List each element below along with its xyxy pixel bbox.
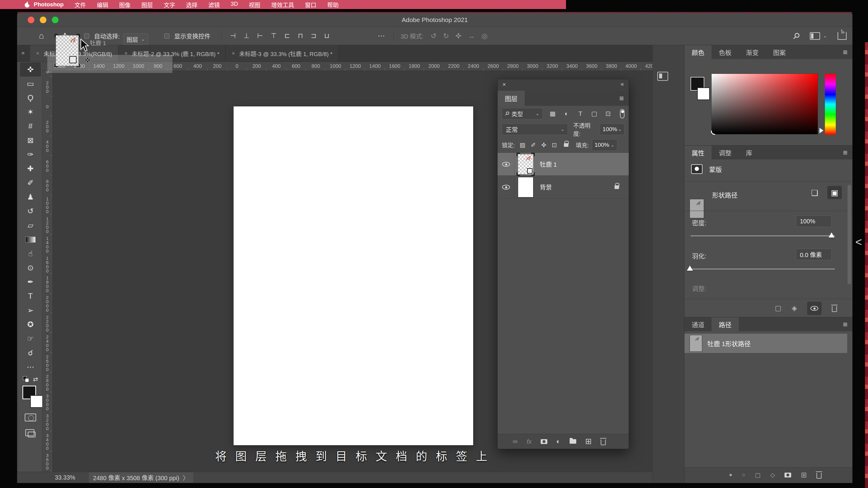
menu-item[interactable]: 图层 bbox=[141, 1, 153, 9]
document-tab-3[interactable]: × 未标题-3 @ 33.3% (牡鹿 1, RGB/8) * bbox=[226, 45, 339, 61]
tab-adjustments[interactable]: 调整 bbox=[712, 146, 739, 159]
marquee-tool[interactable]: ▭ bbox=[20, 77, 41, 91]
density-slider-thumb[interactable] bbox=[829, 233, 835, 238]
hand-tool[interactable]: ☞ bbox=[20, 332, 41, 346]
shape-tool[interactable]: ✪ bbox=[20, 317, 41, 332]
layer-row-stag[interactable]: 牡鹿 1 bbox=[498, 153, 629, 176]
collapse-icon[interactable]: « bbox=[621, 81, 624, 87]
lock-position-icon[interactable]: ✜ bbox=[541, 141, 547, 149]
adjustment-layer-icon[interactable]: ◐ bbox=[556, 437, 561, 446]
zoom-tool[interactable]: ☌ bbox=[20, 346, 41, 360]
menu-item[interactable]: 视图 bbox=[249, 1, 260, 9]
lock-artboard-icon[interactable]: ⊡ bbox=[552, 141, 557, 149]
smudge-tool[interactable]: ☝ bbox=[20, 247, 41, 261]
more-tools[interactable]: ⋯ bbox=[20, 360, 41, 374]
move-tool[interactable]: ✜ bbox=[20, 62, 41, 77]
workspace-switcher[interactable]: ⌄ bbox=[810, 27, 827, 45]
fill-field[interactable]: 100% ⌄ bbox=[592, 139, 617, 151]
filter-type-icon[interactable]: T bbox=[574, 110, 587, 117]
lock-transparent-icon[interactable]: ▨ bbox=[520, 141, 525, 149]
filter-shape-icon[interactable]: ▢ bbox=[587, 110, 601, 117]
filter-pixel-icon[interactable]: ▦ bbox=[546, 110, 560, 117]
link-layers-icon[interactable]: ∞ bbox=[513, 437, 518, 446]
auto-select-dropdown[interactable]: 图层 ⌄ bbox=[123, 33, 148, 45]
density-slider[interactable] bbox=[690, 236, 835, 236]
tab-layers[interactable]: 图层 bbox=[498, 91, 525, 106]
pen-tool[interactable]: ✒ bbox=[20, 275, 41, 289]
panel-menu-icon[interactable]: ≡ bbox=[619, 94, 624, 103]
vertical-ruler[interactable]: 4002000200400600800100012001400160018002… bbox=[42, 71, 53, 472]
tab-patterns[interactable]: 图案 bbox=[766, 45, 793, 59]
layer-name[interactable]: 牡鹿 1 bbox=[540, 160, 557, 169]
menu-app[interactable]: Photoshop bbox=[34, 1, 64, 8]
crop-tool[interactable]: # bbox=[20, 119, 41, 133]
feather-slider-thumb[interactable] bbox=[687, 266, 693, 271]
tab-color[interactable]: 颜色 bbox=[684, 45, 712, 59]
foreground-background-swatches[interactable] bbox=[20, 384, 41, 409]
opacity-field[interactable]: 100% ⌄ bbox=[600, 124, 624, 135]
delete-layer-icon[interactable] bbox=[601, 439, 606, 445]
distribute-h-icon[interactable]: ⊓ bbox=[298, 32, 303, 40]
quick-mask-button[interactable] bbox=[20, 409, 41, 425]
tab-swatches[interactable]: 色板 bbox=[712, 45, 739, 59]
menu-item[interactable]: 文字 bbox=[164, 1, 175, 9]
menu-item[interactable]: 图像 bbox=[119, 1, 130, 9]
panel-menu-icon[interactable]: ≡ bbox=[843, 48, 847, 57]
panel-menu-icon[interactable]: ≡ bbox=[843, 320, 847, 329]
align-top-edges-icon[interactable]: ⊏ bbox=[284, 32, 290, 40]
filter-toggle[interactable] bbox=[620, 109, 624, 118]
path-row[interactable]: 牡鹿 1形状路径 bbox=[684, 334, 847, 353]
background-color-swatch[interactable] bbox=[697, 87, 710, 100]
panel-menu-icon[interactable]: ≡ bbox=[843, 148, 847, 157]
menu-item[interactable]: 滤镜 bbox=[208, 1, 220, 9]
layer-filter-dropdown[interactable]: ⚲ 类型 ⌄ bbox=[502, 108, 543, 119]
align-bottom-edges-icon[interactable]: ⊐ bbox=[311, 32, 316, 40]
menu-item[interactable]: 文件 bbox=[74, 1, 86, 9]
tab-paths[interactable]: 路径 bbox=[712, 317, 739, 331]
feather-field[interactable]: 0.0 像素 bbox=[796, 249, 832, 260]
add-mask-icon[interactable] bbox=[784, 472, 791, 478]
new-layer-icon[interactable]: ⊞ bbox=[585, 437, 592, 446]
delete-icon[interactable] bbox=[832, 306, 837, 312]
distribute-v-icon[interactable]: ⊔ bbox=[324, 32, 330, 40]
lock-all-icon[interactable] bbox=[564, 143, 568, 147]
eyedropper-tool[interactable]: ✑ bbox=[20, 147, 41, 161]
zoom-level[interactable]: 33.33% bbox=[55, 474, 75, 481]
layer-visibility-toggle[interactable] bbox=[498, 153, 515, 176]
menu-item[interactable]: 增效工具 bbox=[271, 1, 294, 9]
layer-thumbnail[interactable] bbox=[518, 154, 533, 174]
menu-item[interactable]: 编辑 bbox=[97, 1, 108, 9]
density-field[interactable]: 100% bbox=[796, 215, 832, 227]
layer-style-icon[interactable]: fx bbox=[527, 438, 531, 445]
tab-libraries[interactable]: 库 bbox=[739, 146, 760, 159]
menu-item[interactable]: 窗口 bbox=[305, 1, 316, 9]
align-h-centers-icon[interactable]: ⊥ bbox=[244, 32, 249, 40]
chevron-right-icon[interactable]: 〉 bbox=[183, 473, 189, 482]
stroke-path-icon[interactable]: ○ bbox=[742, 472, 745, 478]
tab-properties[interactable]: 属性 bbox=[684, 146, 712, 159]
background-color-swatch[interactable] bbox=[30, 395, 43, 408]
new-path-icon[interactable]: ⊞ bbox=[801, 471, 807, 479]
feather-slider[interactable] bbox=[690, 269, 835, 270]
show-transform-checkbox[interactable] bbox=[164, 27, 169, 45]
new-group-icon[interactable] bbox=[569, 439, 576, 444]
history-brush-tool[interactable]: ↺ bbox=[20, 204, 41, 218]
work-path-icon[interactable]: ◇ bbox=[770, 471, 775, 479]
zoom-window-button[interactable] bbox=[52, 17, 59, 23]
scrollbar[interactable] bbox=[847, 185, 851, 284]
close-icon[interactable]: × bbox=[232, 50, 235, 57]
hue-slider[interactable] bbox=[825, 74, 836, 135]
layer-visibility-toggle[interactable] bbox=[498, 176, 515, 199]
menu-item[interactable]: 选择 bbox=[186, 1, 197, 9]
dock-expand-icon[interactable]: » bbox=[841, 29, 845, 35]
delete-path-icon[interactable] bbox=[816, 473, 822, 479]
clone-stamp-tool[interactable]: ♟ bbox=[20, 190, 41, 204]
filter-adjustment-icon[interactable]: ◐ bbox=[560, 110, 574, 117]
document-info[interactable]: 2480 像素 x 3508 像素 (300 ppi) 〉 bbox=[89, 472, 193, 483]
fill-path-icon[interactable]: ● bbox=[729, 472, 733, 478]
frame-tool[interactable]: ⊠ bbox=[20, 133, 41, 147]
align-left-edges-icon[interactable]: ⊣ bbox=[230, 32, 236, 40]
menu-item[interactable]: 帮助 bbox=[327, 1, 339, 9]
menu-item[interactable]: 3D bbox=[230, 1, 238, 9]
layer-thumbnail[interactable] bbox=[518, 177, 533, 197]
